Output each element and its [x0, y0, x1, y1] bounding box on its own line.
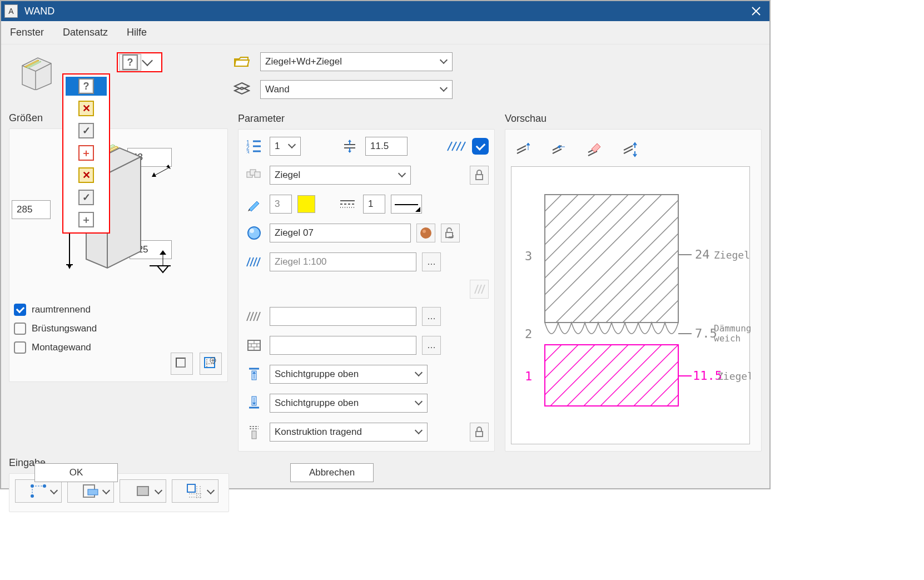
material-combo[interactable]: Ziegel: [270, 166, 411, 185]
color-swatch[interactable]: [297, 195, 315, 213]
surface-input[interactable]: Ziegel 07: [270, 224, 411, 242]
status-dropdown-popup: ? ✕ ✓ ＋ ✕ ✓: [62, 73, 110, 234]
checkbox-icon: [14, 304, 26, 316]
preview-edit-button[interactable]: [584, 140, 604, 160]
surface-lock-button[interactable]: m²: [441, 224, 460, 242]
svg-rect-0: [176, 358, 185, 367]
preview-heading: Vorschau: [505, 113, 762, 125]
svg-text:Ziegel: Ziegel: [717, 370, 751, 382]
svg-rect-20: [476, 432, 483, 437]
chevron-down-icon: [415, 369, 423, 376]
pen-readonly: 3: [270, 195, 292, 214]
surface-icon: [244, 225, 264, 241]
svg-text:1: 1: [525, 369, 532, 383]
hatch2-input[interactable]: [270, 307, 416, 326]
svg-point-13: [423, 230, 426, 233]
menubar: Fenster Datensatz Hilfe: [1, 21, 769, 44]
wand-dialog: A WAND Fenster Datensatz Hilfe: [0, 0, 771, 489]
folder-open-icon: [234, 55, 250, 68]
close-icon: [752, 7, 761, 16]
display-toggle[interactable]: [472, 138, 489, 155]
thickness-input[interactable]: 11.5: [365, 137, 408, 156]
fill-input[interactable]: [270, 336, 416, 355]
status-item-existing-grey[interactable]: ✓: [66, 121, 107, 140]
cancel-button[interactable]: Abbrechen: [290, 463, 374, 482]
lock-icon: [474, 170, 484, 181]
svg-rect-8: [255, 172, 260, 177]
svg-rect-36: [88, 489, 98, 495]
status-item-unknown[interactable]: ?: [66, 77, 107, 96]
hatch2-icon: [244, 308, 264, 325]
dialog-body: ? ? ✕ ✓ ＋: [1, 44, 769, 488]
top-plane-icon: [244, 366, 264, 383]
hatch-icon: [244, 254, 264, 270]
thickness-icon: [340, 138, 360, 155]
svg-point-11: [250, 229, 254, 233]
opt-room-separating[interactable]: raumtrennend: [14, 300, 97, 319]
chevron-down-icon: [288, 141, 296, 148]
lock-button[interactable]: [470, 166, 489, 185]
svg-rect-19: [252, 431, 256, 439]
height-input[interactable]: 285: [12, 200, 51, 219]
line-input[interactable]: 1: [363, 195, 385, 214]
opt-mounting[interactable]: Montagewand: [14, 338, 97, 357]
menu-fenster[interactable]: Fenster: [8, 24, 46, 41]
layer-value: Wand: [265, 84, 290, 95]
ok-button[interactable]: OK: [34, 463, 118, 482]
construction-lock-button[interactable]: [470, 423, 489, 442]
status-item-new-grey[interactable]: ＋: [66, 210, 107, 229]
svg-text:Ziegel: Ziegel: [714, 249, 750, 261]
fill-more-button[interactable]: …: [422, 336, 441, 355]
preview-swap-button[interactable]: [620, 140, 640, 160]
favorite-combo[interactable]: Ziegel+Wd+Ziegel: [260, 52, 453, 71]
lock-icon: [474, 427, 484, 438]
titlebar: A WAND: [1, 1, 769, 21]
line-icon: [337, 196, 357, 212]
chevron-down-icon: [440, 56, 448, 64]
svg-text:Dämmung: Dämmung: [714, 323, 751, 334]
hatch-1-100-input[interactable]: Ziegel 1:100: [270, 252, 416, 271]
status-item-demolish-yellow[interactable]: ✕: [66, 99, 107, 118]
status-item-demolish-alt[interactable]: ✕: [66, 166, 107, 185]
bottom-plane-icon: [244, 395, 264, 412]
layer-list-icon: 123: [244, 138, 264, 155]
chevron-down-icon: [398, 170, 406, 177]
line-style-picker[interactable]: [391, 195, 422, 214]
construction-combo[interactable]: Konstruktion tragend: [270, 423, 428, 442]
hatch-more-button[interactable]: …: [422, 252, 441, 271]
surface-pick-button[interactable]: [416, 224, 435, 242]
svg-text:3: 3: [246, 150, 250, 153]
status-dropdown[interactable]: ?: [117, 52, 162, 72]
preview-dim-up-button[interactable]: [513, 140, 533, 160]
status-icon: ?: [119, 54, 141, 71]
layer-num-combo[interactable]: 1: [270, 137, 301, 156]
menu-datensatz[interactable]: Datensatz: [61, 24, 110, 41]
chevron-down-icon: [415, 427, 423, 434]
opt-parapet[interactable]: Brüstungswand: [14, 319, 97, 338]
layer-combo[interactable]: Wand: [260, 80, 453, 99]
sizes-panel: 43 285 -25: [9, 128, 228, 382]
preview-canvas: 3 24 Ziegel 2 7.5 Dä: [511, 166, 750, 444]
wall-3d-icon: [19, 56, 53, 90]
svg-text:2: 2: [525, 327, 532, 341]
hatch2-more-button[interactable]: …: [422, 307, 441, 326]
menu-hilfe[interactable]: Hilfe: [125, 24, 149, 41]
layers-icon: [234, 82, 250, 97]
pen-icon: [244, 196, 264, 212]
profile-std-button[interactable]: [171, 353, 193, 375]
chevron-down-icon: [440, 84, 448, 92]
hatch-disabled-button: [470, 280, 489, 299]
status-item-new-red[interactable]: ＋: [66, 143, 107, 162]
status-item-existing-alt[interactable]: ✓: [66, 188, 107, 207]
close-button[interactable]: [746, 3, 766, 19]
preview-dim-left-button[interactable]: [549, 140, 569, 160]
profile-custom-button[interactable]: [200, 353, 222, 375]
svg-text:weich: weich: [714, 333, 741, 344]
svg-rect-9: [476, 175, 483, 180]
parameter-heading: Parameter: [238, 113, 495, 125]
svg-text:24: 24: [695, 247, 710, 261]
group-top-combo[interactable]: Schichtgruppe oben: [270, 365, 428, 384]
group-bottom-combo[interactable]: Schichtgruppe oben: [270, 394, 428, 413]
brick-icon: [244, 337, 264, 354]
chevron-down-icon: [142, 55, 153, 66]
